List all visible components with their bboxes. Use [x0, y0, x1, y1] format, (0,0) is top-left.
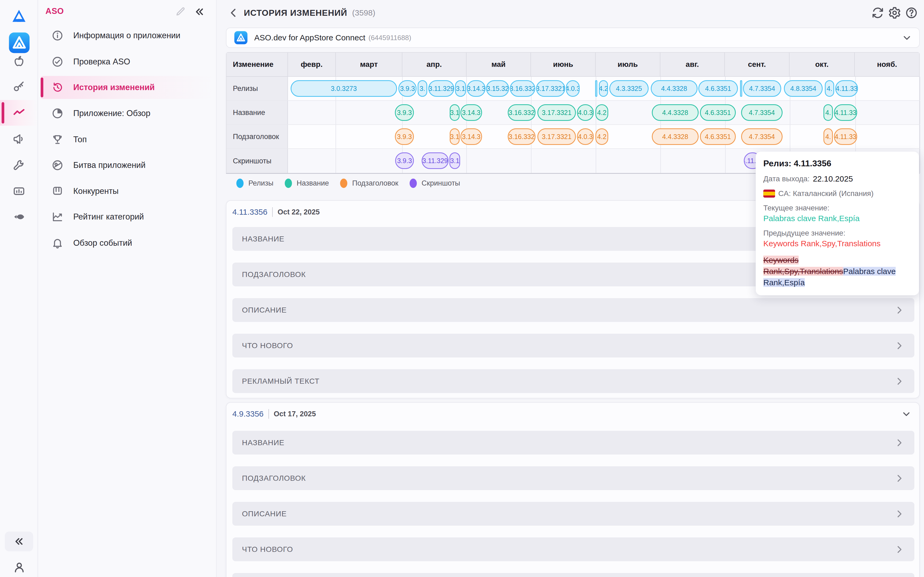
timeline-pill-name[interactable]: 4.0.3 [577, 104, 594, 121]
version-field-row-3[interactable]: ОПИСАНИЕ [232, 502, 914, 525]
timeline-pill-release[interactable]: 4.0.3 [566, 80, 580, 97]
edit-pencil-icon[interactable] [175, 6, 186, 17]
timeline-pill-subtitle[interactable]: 4.6.3351 [700, 128, 736, 145]
chevrons-left-icon [13, 535, 25, 547]
timeline-pill-release[interactable]: 3.17.3321 [536, 80, 565, 97]
timeline-pill-release[interactable]: 3.16.332 [510, 80, 535, 97]
timeline-pill-release[interactable]: 3.1 [455, 80, 466, 97]
rail-item-trend[interactable] [0, 100, 38, 126]
timeline-pill-subtitle[interactable]: 3.1 [450, 128, 460, 145]
collapse-chevron-icon[interactable] [901, 409, 912, 419]
timeline-pill-subtitle[interactable]: 3.9.3 [395, 128, 414, 145]
sidebar-item-9[interactable]: Обзор событий [41, 232, 214, 255]
timeline-pill-release[interactable]: 4.4.3328 [651, 80, 697, 97]
timeline-pill-name[interactable]: 4.2 [596, 104, 608, 121]
rail-item-apple[interactable] [0, 49, 38, 74]
timeline-pill-name[interactable]: 4. [823, 104, 833, 121]
timeline-pill-release[interactable]: 3.0.3273 [291, 80, 397, 97]
timeline-pill-release[interactable]: 3. [418, 80, 427, 97]
timeline-pill-screenshot[interactable]: 3.9.3 [395, 152, 414, 169]
timeline-column-окт: окт. [789, 53, 855, 76]
timeline-pill-name[interactable]: 4.4.3328 [652, 104, 699, 121]
tooltip-release-date: Дата выхода: 22.10.2025 [763, 174, 911, 184]
sidebar-collapse-button[interactable] [193, 6, 205, 18]
back-button[interactable] [228, 7, 240, 19]
timeline-pill-name[interactable]: 4.6.3351 [700, 104, 736, 121]
version-field-row-5[interactable]: РЕКЛАМНЫЙ ТЕКСТ [232, 573, 914, 577]
timeline-pill-subtitle[interactable]: 4. [823, 128, 833, 145]
sidebar-item-7[interactable]: Конкуренты [41, 180, 214, 203]
field-row-label: ОПИСАНИЕ [242, 306, 287, 314]
sidebar-item-6[interactable]: Битва приложений [41, 154, 214, 177]
timeline-pill-subtitle[interactable]: 4.0.3 [577, 128, 594, 145]
timeline-pill-release[interactable] [595, 80, 597, 97]
gear-icon[interactable] [888, 6, 901, 19]
version-field-row-2[interactable]: ПОДЗАГОЛОВОК [232, 466, 914, 490]
sidebar-item-1[interactable]: Информация о приложении [41, 24, 214, 47]
timeline-row-name: Название3.9.33.13.14.33.16.3323.17.33214… [227, 101, 919, 125]
timeline-pill-release[interactable]: 4.3.3325 [609, 80, 649, 97]
chart-line-icon [52, 211, 64, 223]
timeline-grid-cell [856, 77, 920, 100]
timeline-pill-release[interactable]: 4.7.3354 [743, 80, 781, 97]
timeline-pill-subtitle[interactable]: 3.14.3 [460, 128, 482, 145]
refresh-icon[interactable] [871, 6, 884, 19]
timeline-pill-name[interactable]: 4.11.33 [834, 104, 857, 121]
timeline-column-март: март [336, 53, 402, 76]
timeline-pill-release[interactable]: 4. [825, 80, 834, 97]
version-field-row-5[interactable]: РЕКЛАМНЫЙ ТЕКСТ [232, 369, 914, 393]
timeline-pill-release[interactable]: 3.11.329 [428, 80, 454, 97]
timeline-pill-subtitle[interactable]: 4.2 [596, 128, 608, 145]
version-date: Oct 22, 2025 [277, 208, 320, 216]
tooltip-date-value: 22.10.2025 [813, 174, 853, 184]
sidebar-item-4[interactable]: Приложение: Обзор [41, 102, 214, 125]
timeline-pill-subtitle[interactable]: 3.17.3321 [538, 128, 576, 145]
aso-dev-logo[interactable] [11, 8, 27, 24]
timeline-pill-subtitle[interactable]: 4.4.3328 [652, 128, 699, 145]
field-row-label: ЧТО НОВОГО [242, 342, 293, 350]
app-selector[interactable]: ASO.dev for AppStore Connect (6445911688… [226, 27, 920, 48]
app-id: (6445911688) [369, 34, 411, 42]
timeline-pill-name[interactable]: 3.14.3 [460, 104, 482, 121]
version-field-row-4[interactable]: ЧТО НОВОГО [232, 334, 914, 358]
timeline-pill-release[interactable]: 4.2 [599, 80, 608, 97]
timeline-pill-name[interactable]: 4.7.3354 [741, 104, 782, 121]
version-field-row-4[interactable]: ЧТО НОВОГО [232, 537, 914, 561]
user-profile-icon[interactable] [12, 561, 26, 574]
rail-item-key[interactable] [0, 74, 38, 100]
sidebar-item-3[interactable]: История изменений [41, 76, 214, 99]
timeline-pill-subtitle[interactable]: 3.16.332 [508, 128, 536, 145]
rail-collapse-button[interactable] [5, 532, 33, 551]
version-field-row-1[interactable]: НАЗВАНИЕ [232, 431, 914, 455]
timeline-pill-subtitle[interactable]: 4.7.3354 [741, 128, 782, 145]
timeline-pill-release[interactable]: 3.15.32 [486, 80, 509, 97]
timeline-pill-release[interactable] [740, 80, 742, 97]
timeline-pill-release[interactable]: 4.6.3351 [699, 80, 738, 97]
timeline-pill-name[interactable]: 3.16.332 [508, 104, 536, 121]
timeline-pill-release[interactable]: 3.14.3 [467, 80, 486, 97]
timeline-pill-subtitle[interactable]: 4.11.33 [834, 128, 857, 145]
timeline-pill-screenshot[interactable]: 3.11.329 [422, 152, 449, 169]
rail-item-megaphone[interactable] [0, 126, 38, 152]
rail-item-wrench[interactable] [0, 152, 38, 178]
sidebar-item-8[interactable]: Рейтинг категорий [41, 205, 214, 228]
timeline-pill-release[interactable]: 3.9.3 [398, 80, 417, 97]
help-icon[interactable] [905, 6, 918, 19]
timeline-pill-name[interactable]: 3.1 [450, 104, 460, 121]
version-link[interactable]: 4.11.3356 [232, 208, 267, 217]
timeline-pill-screenshot[interactable]: 3.1 [449, 152, 460, 169]
timeline-pill-name[interactable]: 3.9.3 [395, 104, 414, 121]
divider [272, 207, 273, 217]
chevron-right-icon [894, 340, 905, 351]
rail-item-bar-panel[interactable] [0, 178, 38, 204]
rail-item-fish[interactable] [0, 204, 38, 230]
version-field-row-3[interactable]: ОПИСАНИЕ [232, 298, 914, 322]
sidebar-item-label: Проверка ASO [73, 57, 130, 66]
timeline-pill-name[interactable]: 3.17.3321 [538, 104, 576, 121]
version-link[interactable]: 4.9.3356 [232, 409, 264, 419]
timeline-pill-release[interactable]: 4.8.3354 [784, 80, 823, 97]
sidebar-item-2[interactable]: Проверка ASO [41, 50, 214, 73]
sidebar-item-5[interactable]: Топ [41, 128, 214, 151]
timeline-pill-release[interactable]: 4.11.33 [835, 80, 858, 97]
field-row-label: ОПИСАНИЕ [242, 509, 287, 518]
